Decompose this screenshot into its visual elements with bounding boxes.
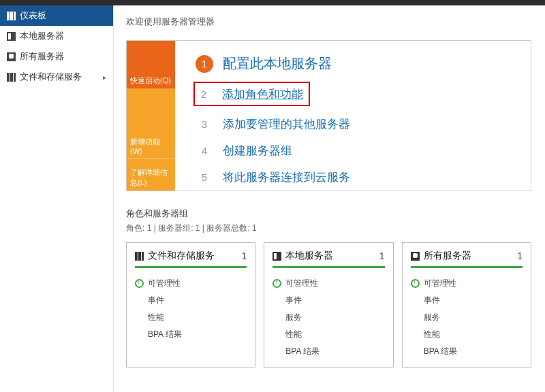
status-up-icon <box>135 279 144 288</box>
tile-count: 1 <box>379 250 385 261</box>
tile-row-label: BPA 结果 <box>424 346 458 357</box>
sidebar-item-all-servers[interactable]: 所有服务器 <box>0 46 113 67</box>
tile-row-label: 性能 <box>285 329 302 340</box>
storage-icon <box>7 73 16 82</box>
server-icon <box>272 252 281 261</box>
step-number: 1 <box>196 55 213 73</box>
main-container: 仪表板 本地服务器 所有服务器 文件和存储服务 ▸ 欢迎使用服务器管理器 快速启… <box>0 5 545 392</box>
status-up-icon <box>411 279 420 288</box>
config-tabs: 快速启动(Q) 新增功能(W) 了解详细信息(L) <box>127 41 175 191</box>
sidebar: 仪表板 本地服务器 所有服务器 文件和存储服务 ▸ <box>0 5 114 392</box>
tab-label: 了解详细信息(L) <box>130 167 172 188</box>
tile-row-label: 服务 <box>285 312 302 323</box>
config-steps: 1 配置此本地服务器 2 添加角色和功能 3 添加要管理的其他服务器 4 创建服… <box>175 41 531 191</box>
highlight-box: 2 添加角色和功能 <box>193 82 310 106</box>
tile-row-label: 事件 <box>148 295 164 306</box>
step-number: 4 <box>196 142 213 159</box>
sidebar-item-local-server[interactable]: 本地服务器 <box>0 26 113 46</box>
tile-row-bpa[interactable]: BPA 结果 <box>272 343 384 360</box>
tile-row-performance[interactable]: 性能 <box>411 326 523 343</box>
tile-header: 所有服务器 1 <box>411 250 523 266</box>
step-number: 3 <box>196 115 213 133</box>
tile-local-server[interactable]: 本地服务器 1 可管理性 事件 服务 性能 BPA 结果 <box>264 242 393 368</box>
tile-row-services[interactable]: 服务 <box>411 309 523 326</box>
tile-row-bpa[interactable]: BPA 结果 <box>411 343 523 360</box>
tab-whats-new[interactable]: 新增功能(W) <box>127 88 175 158</box>
sidebar-item-file-storage[interactable]: 文件和存储服务 ▸ <box>0 67 113 87</box>
step-label: 创建服务器组 <box>223 143 292 159</box>
tiles-row: 文件和存储服务 1 可管理性 事件 性能 BPA 结果 本地服务器 1 可管理性… <box>126 242 531 368</box>
tile-divider <box>135 266 247 268</box>
tile-row-label: 性能 <box>148 312 164 323</box>
tile-row-bpa[interactable]: BPA 结果 <box>135 326 247 343</box>
tile-row-label: 可管理性 <box>285 278 318 289</box>
server-icon <box>7 32 16 41</box>
step-label: 添加角色和功能 <box>222 86 303 102</box>
tile-title: 文件和存储服务 <box>148 250 215 262</box>
tile-row-label: 事件 <box>285 295 302 306</box>
sidebar-item-dashboard[interactable]: 仪表板 <box>0 5 113 26</box>
sidebar-item-label: 文件和存储服务 <box>20 71 82 83</box>
tile-all-servers[interactable]: 所有服务器 1 可管理性 事件 服务 性能 BPA 结果 <box>402 242 531 368</box>
status-up-icon <box>272 279 281 288</box>
tile-row-performance[interactable]: 性能 <box>272 326 384 343</box>
sidebar-item-label: 仪表板 <box>20 10 46 22</box>
chevron-right-icon: ▸ <box>103 74 106 81</box>
tile-row-label: 性能 <box>424 329 440 340</box>
tab-quick-start[interactable]: 快速启动(Q) <box>127 41 175 88</box>
step-add-roles[interactable]: 2 添加角色和功能 <box>196 82 510 106</box>
tile-file-storage[interactable]: 文件和存储服务 1 可管理性 事件 性能 BPA 结果 <box>126 242 255 368</box>
tile-count: 1 <box>517 250 523 261</box>
step-label: 将此服务器连接到云服务 <box>223 169 350 185</box>
tile-row-label: BPA 结果 <box>285 346 320 357</box>
step-label: 添加要管理的其他服务器 <box>223 116 350 132</box>
all-servers-icon <box>411 252 420 261</box>
tile-row-label: 事件 <box>424 295 440 306</box>
tile-header: 文件和存储服务 1 <box>135 250 247 266</box>
tile-row-label: 服务 <box>424 312 440 323</box>
all-servers-icon <box>7 52 16 61</box>
tile-row-manageability[interactable]: 可管理性 <box>411 275 523 292</box>
top-bar <box>0 0 545 5</box>
tile-row-label: 可管理性 <box>148 278 181 289</box>
tile-title: 所有服务器 <box>424 250 471 262</box>
tile-row-events[interactable]: 事件 <box>135 292 247 309</box>
step-number: 5 <box>196 168 213 186</box>
main-panel: 欢迎使用服务器管理器 快速启动(Q) 新增功能(W) 了解详细信息(L) 1 配… <box>114 5 545 392</box>
tile-row-events[interactable]: 事件 <box>272 292 384 309</box>
tab-label: 快速启动(Q) <box>130 76 171 86</box>
storage-icon <box>135 252 144 261</box>
tab-label: 新增功能(W) <box>130 137 172 155</box>
dashboard-icon <box>7 12 16 20</box>
tile-title: 本地服务器 <box>285 250 333 262</box>
roles-subtitle: 角色: 1 | 服务器组: 1 | 服务器总数: 1 <box>126 223 531 234</box>
roles-header: 角色和服务器组 <box>126 208 531 220</box>
welcome-title: 欢迎使用服务器管理器 <box>126 16 531 28</box>
tile-header: 本地服务器 1 <box>272 250 384 266</box>
sidebar-item-label: 所有服务器 <box>20 50 64 63</box>
sidebar-item-label: 本地服务器 <box>20 30 64 42</box>
tile-row-manageability[interactable]: 可管理性 <box>135 275 247 292</box>
tile-divider <box>272 266 384 268</box>
tile-count: 1 <box>242 250 247 261</box>
quick-start-box: 快速启动(Q) 新增功能(W) 了解详细信息(L) 1 配置此本地服务器 2 添… <box>126 40 531 191</box>
step-configure-local[interactable]: 1 配置此本地服务器 <box>196 54 510 73</box>
tile-row-events[interactable]: 事件 <box>411 292 523 309</box>
step-label: 配置此本地服务器 <box>223 54 332 73</box>
tile-row-label: BPA 结果 <box>148 329 182 340</box>
step-connect-cloud[interactable]: 5 将此服务器连接到云服务 <box>196 168 510 186</box>
tile-row-services[interactable]: 服务 <box>272 309 384 326</box>
tile-row-manageability[interactable]: 可管理性 <box>272 275 384 292</box>
tab-learn-more[interactable]: 了解详细信息(L) <box>127 158 175 191</box>
step-number: 2 <box>195 85 213 103</box>
tile-divider <box>411 266 523 268</box>
tile-row-label: 可管理性 <box>424 278 456 289</box>
tile-row-performance[interactable]: 性能 <box>135 309 247 326</box>
step-create-group[interactable]: 4 创建服务器组 <box>196 142 510 159</box>
step-add-servers[interactable]: 3 添加要管理的其他服务器 <box>196 115 510 133</box>
